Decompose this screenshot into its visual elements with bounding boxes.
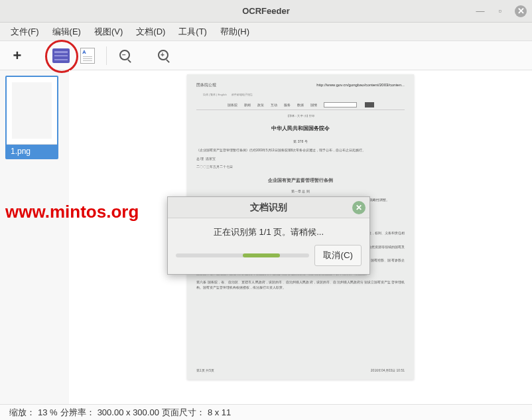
- progress-bar: [176, 253, 309, 257]
- titlebar: OCRFeeder — ▫ ✕: [0, 0, 532, 23]
- minimize-button[interactable]: —: [475, 6, 486, 17]
- zoom-out-icon: −: [119, 50, 131, 62]
- toolbar: − +: [0, 41, 532, 70]
- doc-url: http://www.gov.cn/gongbao/content/2003/c…: [316, 82, 405, 89]
- dialog-cancel-button[interactable]: 取消(C): [314, 245, 362, 266]
- dialog-title: 文档识别: [250, 202, 287, 214]
- watermark-text: www.mintos.org: [5, 202, 139, 222]
- menu-view[interactable]: 视图(V): [89, 23, 128, 40]
- layout-icon: [52, 48, 70, 63]
- doc-search-btn: [365, 102, 374, 107]
- dialog-message: 正在识别第 1/1 页。请稍候...: [176, 226, 362, 238]
- status-res-label: 分辨率：: [60, 407, 95, 419]
- thumbnail-label: 1.png: [7, 145, 57, 158]
- thumbnail-image: [7, 77, 57, 145]
- menu-tools[interactable]: 工具(T): [173, 23, 212, 40]
- dialog-close-button[interactable]: ✕: [352, 201, 366, 214]
- doc-number: 第 378 号: [196, 139, 405, 144]
- statusbar: 缩放： 13 % 分辨率： 300.00 x 300.00 页面尺寸： 8 x …: [0, 404, 532, 420]
- maximize-button[interactable]: ▫: [495, 6, 505, 17]
- page-sidebar: 1.png: [0, 70, 69, 404]
- status-zoom-value: 13 %: [38, 407, 58, 417]
- zoom-out-button[interactable]: −: [115, 45, 136, 66]
- detect-layout-button[interactable]: [50, 45, 72, 66]
- toolbar-separator: [106, 46, 107, 65]
- plus-icon: [13, 47, 22, 64]
- status-size-value: 8 x 11: [208, 407, 231, 417]
- status-res-value: 300.00 x 300.00: [98, 407, 159, 417]
- menubar: 文件(F) 编辑(E) 视图(V) 文档(D) 工具(T) 帮助(H): [0, 23, 532, 41]
- window-controls: — ▫ ✕: [475, 5, 527, 17]
- add-image-button[interactable]: [7, 45, 28, 66]
- doc-sub2: 部件邮箱电子报告: [232, 93, 253, 96]
- text-icon: [80, 48, 95, 64]
- doc-lang: 简体 | 繁体 | English: [203, 93, 227, 96]
- progress-dialog: 文档识别 ✕ 正在识别第 1/1 页。请稍候... 取消(C): [167, 196, 370, 275]
- doc-subnav: 【字体：大 中 小】打印: [196, 114, 405, 118]
- menu-help[interactable]: 帮助(H): [215, 23, 255, 40]
- doc-footer-left: 第1页 共5页: [196, 368, 214, 373]
- menu-edit[interactable]: 编辑(E): [47, 23, 86, 40]
- zoom-in-icon: +: [158, 50, 170, 62]
- progress-chunk: [243, 253, 280, 257]
- doc-search-box: [324, 102, 357, 107]
- close-button[interactable]: ✕: [515, 5, 527, 17]
- menu-document[interactable]: 文档(D): [131, 23, 170, 40]
- recognize-text-button[interactable]: [77, 45, 98, 66]
- doc-nav: 国务院 新闻 政策 互动 服务 数据 国情: [196, 102, 405, 110]
- doc-section-title: 企业国有资产监督管理暂行条例: [196, 176, 405, 184]
- doc-title: 中华人民共和国国务院令: [196, 125, 405, 133]
- doc-source: 国务院公报: [196, 82, 216, 89]
- menu-file[interactable]: 文件(F): [5, 23, 44, 40]
- doc-footer-right: 2016年04月03日 10:51: [371, 368, 405, 373]
- zoom-in-button[interactable]: +: [153, 45, 174, 66]
- doc-para1: 《企业国有资产监督管理暂行条例》已经2003年5月13日国务院第8次常务会议通过…: [196, 148, 405, 153]
- dialog-titlebar: 文档识别 ✕: [168, 197, 369, 218]
- status-size-label: 页面尺寸：: [162, 407, 205, 419]
- window-title: OCRFeeder: [242, 6, 290, 16]
- status-zoom-label: 缩放：: [9, 407, 35, 419]
- page-thumbnail[interactable]: 1.png: [5, 76, 58, 159]
